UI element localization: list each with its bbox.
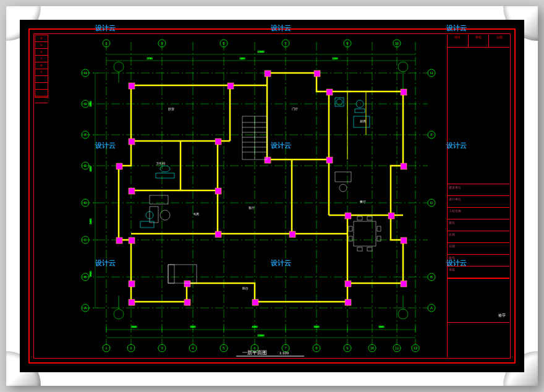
floor-plan: 1 2 3 4 5 6 7 8 9 10 11 12 1 3 5 xyxy=(57,36,440,357)
svg-rect-97 xyxy=(129,83,135,89)
axis-grid-vertical xyxy=(106,42,415,345)
svg-rect-98 xyxy=(227,83,234,89)
watermark: 设计云 xyxy=(446,141,467,150)
svg-text:3600: 3600 xyxy=(89,271,92,277)
svg-point-150 xyxy=(398,62,408,72)
info-cell: 注 xyxy=(35,69,48,76)
svg-rect-120 xyxy=(252,299,258,305)
svg-rect-136 xyxy=(156,173,174,178)
svg-text:书房: 书房 xyxy=(193,212,199,216)
svg-text:15600: 15600 xyxy=(257,334,265,337)
tb-row: 工程名称 xyxy=(448,208,509,219)
watermark: 设计云 xyxy=(95,141,116,150)
svg-text:C: C xyxy=(84,238,87,242)
watermark: 设计云 xyxy=(271,23,291,33)
info-cell: 目 xyxy=(35,49,48,56)
svg-text:D: D xyxy=(84,201,87,205)
svg-text:1: 1 xyxy=(105,41,108,45)
svg-text:E: E xyxy=(84,164,87,168)
furniture xyxy=(150,172,381,283)
svg-text:D: D xyxy=(430,201,433,205)
svg-rect-162 xyxy=(168,265,174,283)
svg-rect-155 xyxy=(357,247,362,251)
room-labels: 卧室 卫生间 客厅 餐厅 厨房 书房 门厅 阳台 xyxy=(156,107,366,290)
dimensions-top: 15600 2700 1800 1500 xyxy=(106,50,415,61)
svg-text:11: 11 xyxy=(395,41,399,45)
info-cell: 纸 xyxy=(35,42,48,49)
walls xyxy=(119,73,403,302)
axis-bubbles-right: H F D B A xyxy=(428,69,435,312)
svg-text:卫生间: 卫生间 xyxy=(156,161,165,165)
tb-head-cell: 项目 xyxy=(448,35,469,47)
svg-rect-121 xyxy=(345,299,351,305)
svg-text:1800: 1800 xyxy=(240,57,246,60)
svg-text:2: 2 xyxy=(130,346,132,350)
svg-text:客厅: 客厅 xyxy=(249,206,255,210)
svg-text:3300: 3300 xyxy=(190,325,197,328)
watermark: 设计云 xyxy=(446,258,467,268)
svg-text:4200: 4200 xyxy=(252,325,258,328)
tb-head-cell: 日期 xyxy=(489,35,509,47)
svg-text:厨房: 厨房 xyxy=(360,119,366,123)
svg-text:9: 9 xyxy=(346,346,349,350)
title-block-header: 项目 审核 日期 xyxy=(448,35,509,48)
svg-text:门厅: 门厅 xyxy=(292,107,298,111)
info-cell: - xyxy=(35,76,48,83)
svg-text:4: 4 xyxy=(192,346,194,350)
svg-text:G: G xyxy=(84,102,87,106)
svg-text:A: A xyxy=(430,306,433,310)
svg-text:4200: 4200 xyxy=(89,166,92,172)
dimensions-left: 3300 4200 2400 3600 xyxy=(89,73,98,308)
paper-frame: 图 纸 目 录 附 注 - - - - 项目 审核 日期 建设单位 设计单位 工… xyxy=(6,6,538,386)
svg-rect-101 xyxy=(326,89,333,95)
title-block-body xyxy=(448,48,509,184)
title-block-signature: 签字 xyxy=(448,279,509,323)
svg-rect-106 xyxy=(326,157,333,163)
svg-text:1500: 1500 xyxy=(333,57,339,60)
tb-row: 审核 xyxy=(448,266,509,278)
svg-text:F: F xyxy=(430,133,433,137)
svg-rect-99 xyxy=(265,70,271,77)
svg-rect-119 xyxy=(184,299,190,305)
svg-text:3600: 3600 xyxy=(314,325,320,328)
svg-rect-140 xyxy=(355,109,365,113)
svg-text:2400: 2400 xyxy=(89,218,92,224)
svg-point-148 xyxy=(114,62,124,72)
svg-rect-116 xyxy=(129,237,135,244)
svg-rect-103 xyxy=(129,138,135,145)
svg-text:阳台: 阳台 xyxy=(242,286,249,290)
svg-rect-124 xyxy=(184,281,190,287)
svg-point-135 xyxy=(160,166,170,172)
svg-rect-123 xyxy=(129,281,135,287)
svg-text:3300: 3300 xyxy=(89,101,92,107)
tb-head-cell: 审核 xyxy=(469,35,490,47)
svg-text:3: 3 xyxy=(161,346,163,350)
svg-rect-115 xyxy=(116,237,122,244)
svg-text:7: 7 xyxy=(284,346,287,350)
svg-text:餐厅: 餐厅 xyxy=(360,200,366,203)
svg-text:6: 6 xyxy=(253,346,256,350)
info-cell: - xyxy=(35,96,48,103)
svg-point-165 xyxy=(160,210,170,220)
svg-point-138 xyxy=(336,99,342,105)
svg-rect-152 xyxy=(354,221,376,246)
svg-text:H: H xyxy=(430,71,433,75)
info-cell: 图 xyxy=(35,35,48,42)
tb-row: 图名 xyxy=(448,219,509,231)
info-column: 图 纸 目 录 附 注 - - - - xyxy=(35,35,48,98)
svg-point-146 xyxy=(398,309,408,319)
plan-title: 一层平面图 xyxy=(242,350,267,356)
tb-row: 建设单位 xyxy=(448,184,509,196)
svg-text:11: 11 xyxy=(395,346,399,350)
svg-rect-154 xyxy=(367,216,372,220)
watermark: 设计云 xyxy=(271,141,291,150)
svg-text:3: 3 xyxy=(161,41,163,45)
svg-rect-111 xyxy=(215,231,221,237)
info-cell: 附 xyxy=(35,62,48,69)
svg-rect-113 xyxy=(345,213,351,219)
svg-text:8: 8 xyxy=(315,346,318,350)
svg-rect-114 xyxy=(388,213,394,219)
info-cell: - xyxy=(35,83,48,90)
signature-label: 签字 xyxy=(498,313,506,318)
svg-rect-122 xyxy=(401,281,407,287)
